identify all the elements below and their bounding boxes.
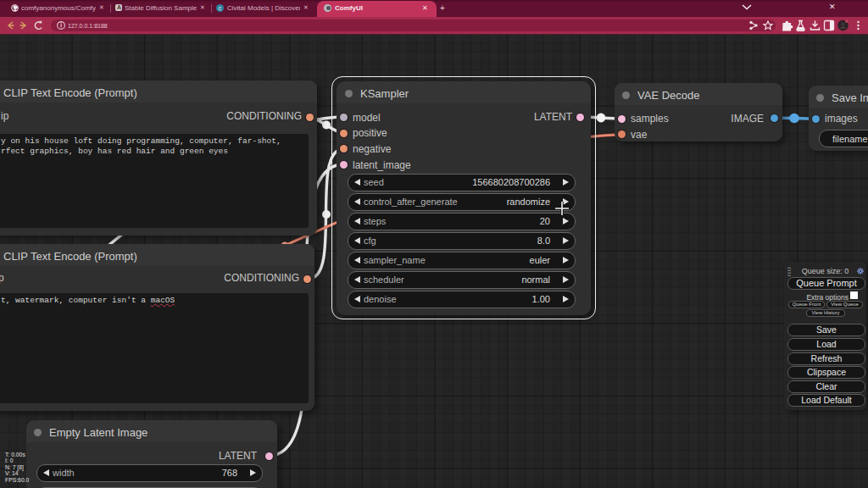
svg-text:127.0.0.1:8188: 127.0.0.1:8188 <box>68 23 108 29</box>
